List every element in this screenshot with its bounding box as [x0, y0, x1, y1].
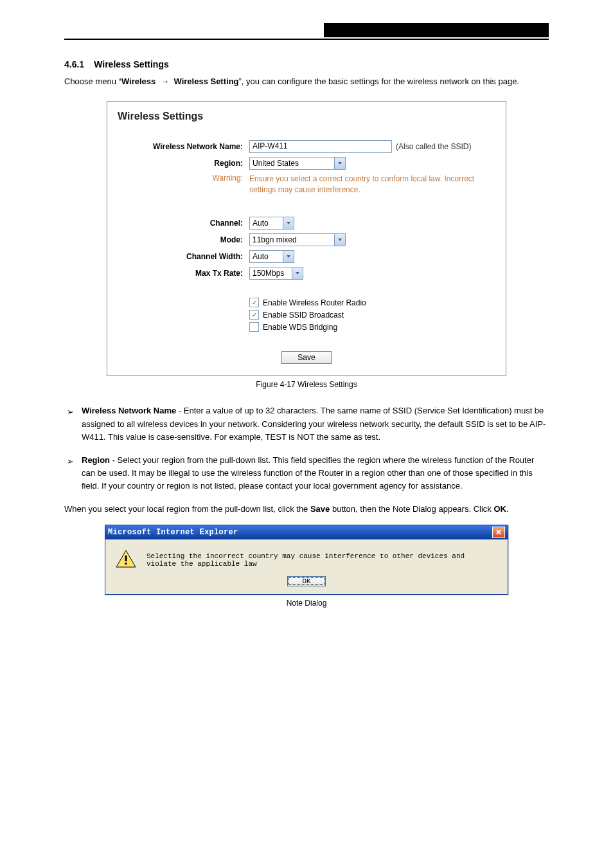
note-paragraph: When you select your local region from t… [64, 503, 549, 516]
note-dialog: Microsoft Internet Explorer ✕ Selecting … [105, 525, 508, 595]
intro-menu1: Wireless [121, 77, 155, 86]
bullet-icon: ➢ [67, 404, 74, 443]
wireless-settings-screenshot: Wireless Settings Wireless Network Name:… [107, 101, 506, 377]
note-suffix: . [506, 504, 509, 514]
save-button[interactable]: Save [281, 351, 331, 364]
label-maxtx: Max Tx Rate: [118, 269, 249, 278]
bullet-region: ➢ Region - Select your region from the p… [67, 454, 549, 493]
section-title: Wireless Settings [94, 59, 169, 69]
bullet-ssid: ➢ Wireless Network Name - Enter a value … [67, 404, 549, 443]
channel-select[interactable]: Auto [249, 217, 294, 230]
bullet-region-term: Region [82, 455, 110, 465]
checkbox-radio[interactable]: ✓ [249, 298, 259, 307]
header-black-box [324, 23, 549, 37]
intro-prefix: Choose menu “ [64, 77, 121, 86]
panel-title: Wireless Settings [118, 111, 495, 122]
checkbox-ssidbc[interactable]: ✓ [249, 310, 259, 320]
note-prefix: When you select your local region from t… [64, 504, 310, 514]
checkbox-wds[interactable] [249, 322, 259, 332]
intro-paragraph: Choose menu “Wireless → Wireless Setting… [64, 76, 549, 88]
chwidth-value: Auto [253, 252, 269, 261]
warning-icon [116, 550, 136, 568]
svg-rect-1 [125, 556, 127, 561]
dialog-title-text: Microsoft Internet Explorer [108, 528, 238, 537]
checkbox-wds-label: Enable WDS Bridging [263, 323, 337, 332]
mode-value: 11bgn mixed [253, 235, 297, 244]
arrow-icon: → [161, 76, 169, 88]
label-warning: Warning: [118, 174, 249, 183]
region-select[interactable]: United States [249, 157, 346, 170]
close-icon[interactable]: ✕ [492, 527, 505, 538]
note-middle: button, then the Note Dialog appears. Cl… [330, 504, 493, 514]
dialog-message: Selecting the incorrect country may caus… [147, 550, 497, 568]
channel-value: Auto [253, 219, 269, 228]
note-save-bold: Save [310, 504, 330, 514]
bullet-ssid-term: Wireless Network Name [82, 406, 176, 415]
section-heading: 4.6.1 Wireless Settings [64, 59, 549, 69]
label-chwidth: Channel Width: [118, 252, 249, 261]
note-ok-bold: OK [493, 504, 506, 514]
checkbox-radio-label: Enable Wireless Router Radio [263, 298, 366, 307]
checkbox-ssidbc-label: Enable SSID Broadcast [263, 311, 344, 320]
maxtx-value: 150Mbps [253, 269, 284, 278]
bullet-region-text: - Select your region from the pull-down … [82, 455, 534, 491]
ssid-input[interactable]: AIP-W411 [249, 140, 392, 153]
note-dialog-caption: Note Dialog [64, 599, 549, 608]
dialog-titlebar: Microsoft Internet Explorer ✕ [105, 525, 508, 539]
mode-select[interactable]: 11bgn mixed [249, 233, 346, 246]
maxtx-select[interactable]: 150Mbps [249, 267, 303, 280]
bullet-icon: ➢ [67, 454, 74, 493]
intro-suffix: ”, you can configure the basic settings … [239, 77, 519, 86]
page-header [64, 26, 549, 40]
ssid-hint: (Also called the SSID) [396, 142, 471, 151]
label-ssid: Wireless Network Name: [118, 142, 249, 151]
label-mode: Mode: [118, 235, 249, 244]
label-channel: Channel: [118, 219, 249, 228]
svg-rect-2 [125, 563, 127, 565]
intro-menu2: Wireless Setting [174, 77, 239, 86]
chwidth-select[interactable]: Auto [249, 250, 294, 263]
dialog-ok-button[interactable]: OK [287, 576, 325, 586]
section-number: 4.6.1 [64, 59, 84, 69]
region-value: United States [253, 159, 299, 168]
warning-text: Ensure you select a correct country to c… [249, 174, 481, 195]
label-region: Region: [118, 159, 249, 168]
figure-caption: Figure 4-17 Wireless Settings [64, 380, 549, 389]
